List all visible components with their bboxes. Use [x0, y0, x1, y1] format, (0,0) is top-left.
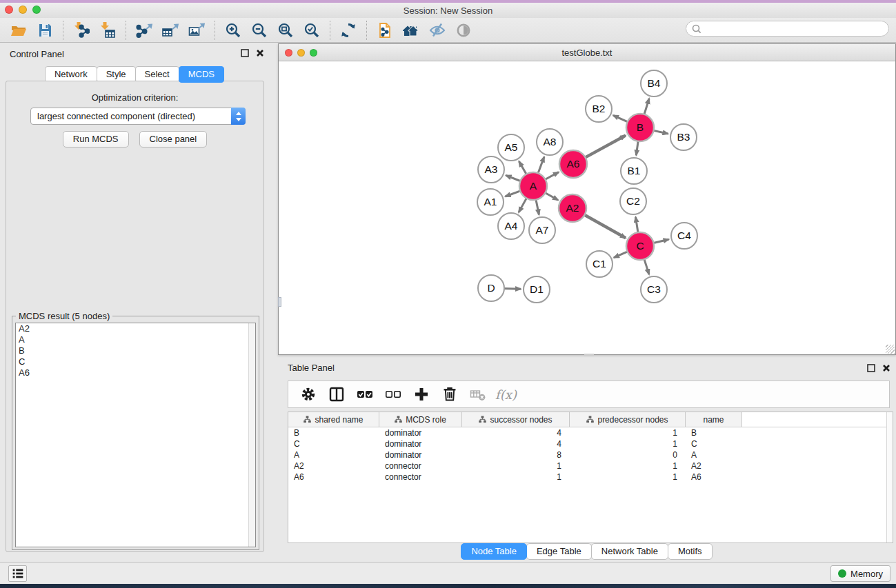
network-edge-A6-B[interactable]	[585, 136, 626, 158]
network-node-C2[interactable]: C2	[620, 188, 646, 214]
zoom-in-icon[interactable]	[220, 20, 246, 41]
table-row[interactable]: Adominator80A	[288, 449, 893, 460]
copy-network-icon[interactable]	[372, 20, 398, 41]
network-node-A4[interactable]: A4	[498, 213, 524, 239]
network-edge-A-A6[interactable]	[545, 172, 559, 180]
delete-column-icon[interactable]	[437, 383, 462, 405]
table-cell[interactable]: B	[686, 428, 742, 438]
table-row[interactable]: A2connector11A2	[288, 460, 893, 472]
mcds-result-item[interactable]: C	[16, 356, 255, 367]
mcds-result-list[interactable]: A2ABCA6	[15, 323, 256, 547]
network-minimize-button[interactable]	[297, 49, 305, 57]
network-node-A2[interactable]: A2	[559, 194, 586, 222]
network-edge-C-C4[interactable]	[653, 239, 669, 243]
network-node-C[interactable]: C	[626, 232, 654, 260]
column-header-predecessor-nodes[interactable]: predecessor nodes	[570, 412, 686, 427]
network-edge-B-B2[interactable]	[613, 115, 628, 122]
table-cell[interactable]: dominator	[379, 450, 462, 460]
import-network-icon[interactable]	[68, 20, 94, 41]
network-edge-A-A8[interactable]	[538, 157, 544, 174]
tab-edge-table[interactable]: Edge Table	[526, 543, 592, 560]
network-edge-A-A4[interactable]	[519, 198, 527, 212]
network-edge-B-B1[interactable]	[636, 141, 638, 155]
export-table-icon[interactable]	[157, 20, 183, 41]
mcds-result-item[interactable]: A6	[16, 367, 255, 378]
network-edge-C-C2[interactable]	[636, 217, 639, 234]
tab-mcds[interactable]: MCDS	[179, 66, 224, 83]
network-edge-A-A1[interactable]	[506, 191, 521, 196]
table-cell[interactable]: 1	[462, 472, 570, 482]
table-row[interactable]: A6connector11A6	[288, 472, 893, 483]
table-cell[interactable]: A	[686, 450, 742, 460]
network-node-A5[interactable]: A5	[498, 134, 524, 161]
table-cell[interactable]: 8	[462, 450, 570, 460]
table-cell[interactable]: 1	[570, 439, 686, 449]
network-edge-B-B4[interactable]	[644, 99, 649, 115]
minimize-window-button[interactable]	[19, 6, 27, 14]
columns-icon[interactable]	[323, 383, 349, 405]
table-cell[interactable]: 1	[462, 461, 570, 471]
resize-grip-icon[interactable]	[886, 345, 895, 354]
close-panel-icon[interactable]	[256, 49, 264, 57]
mcds-result-item[interactable]: A	[16, 334, 255, 345]
zoom-window-button[interactable]	[32, 6, 41, 14]
network-edge-A-A2[interactable]	[545, 192, 559, 200]
network-node-A1[interactable]: A1	[477, 189, 504, 215]
table-cell[interactable]: dominator	[379, 428, 462, 438]
network-node-C4[interactable]: C4	[671, 223, 697, 249]
deselect-all-columns-icon[interactable]	[380, 383, 406, 405]
close-panel-button[interactable]: Close panel	[139, 131, 208, 148]
column-header-shared-name[interactable]: shared name	[288, 412, 379, 427]
gear-icon[interactable]	[295, 383, 321, 405]
mcds-result-item[interactable]: A2	[16, 323, 255, 334]
table-row[interactable]: Cdominator41C	[288, 438, 893, 449]
network-node-C3[interactable]: C3	[641, 276, 667, 303]
network-node-A7[interactable]: A7	[529, 217, 555, 243]
task-history-button[interactable]	[8, 565, 27, 582]
network-edge-D-D1[interactable]	[504, 289, 521, 290]
network-edge-C-C3[interactable]	[644, 258, 649, 274]
home-networks-icon[interactable]	[398, 20, 424, 41]
network-edge-C-C1[interactable]	[614, 252, 628, 258]
close-window-button[interactable]	[5, 6, 13, 14]
float-panel-icon[interactable]	[241, 49, 249, 57]
zoom-fit-icon[interactable]	[272, 20, 299, 41]
zoom-selected-icon[interactable]	[299, 20, 325, 41]
close-panel-icon[interactable]	[882, 364, 890, 372]
network-node-D1[interactable]: D1	[524, 276, 550, 303]
table-cell[interactable]: A2	[288, 461, 379, 471]
show-selected-icon[interactable]	[450, 20, 477, 41]
table-cell[interactable]: 1	[570, 472, 686, 482]
network-node-B2[interactable]: B2	[586, 96, 612, 122]
search-input[interactable]	[686, 21, 889, 37]
save-icon[interactable]	[32, 20, 58, 41]
hide-selected-icon[interactable]	[424, 20, 450, 41]
import-table-icon[interactable]	[94, 20, 121, 41]
table-cell[interactable]: C	[686, 439, 742, 449]
result-list-scrollbar[interactable]	[248, 323, 255, 547]
column-header-MCDS-role[interactable]: MCDS role	[379, 412, 462, 427]
network-close-button[interactable]	[285, 49, 292, 57]
table-cell[interactable]: A6	[288, 472, 379, 482]
network-edge-B-B3[interactable]	[653, 130, 668, 134]
select-all-columns-icon[interactable]	[352, 383, 377, 405]
table-cell[interactable]: C	[288, 439, 379, 449]
network-zoom-button[interactable]	[310, 49, 317, 57]
zoom-out-icon[interactable]	[246, 20, 272, 41]
network-node-C1[interactable]: C1	[586, 251, 613, 277]
app-titlebar[interactable]: Session: New Session	[0, 3, 896, 18]
table-cell[interactable]: A2	[686, 461, 742, 471]
table-cell[interactable]: 4	[462, 439, 570, 449]
table-cell[interactable]: connector	[379, 472, 462, 482]
network-edge-A-A3[interactable]	[506, 175, 521, 181]
network-node-B[interactable]: B	[626, 114, 654, 141]
optimization-criterion-select[interactable]: largest connected component (directed)	[30, 108, 246, 125]
tab-network-table[interactable]: Network Table	[591, 543, 668, 560]
table-cell[interactable]: connector	[379, 461, 462, 471]
network-canvas[interactable]: B4B2BB3A5A8A6A3B1AA1C2A2A4A7C4CC1DD1C3	[279, 61, 895, 354]
table-cell[interactable]: A	[288, 450, 379, 460]
mcds-result-item[interactable]: B	[16, 345, 255, 356]
float-panel-icon[interactable]	[867, 364, 875, 372]
column-header-name[interactable]: name	[686, 412, 742, 427]
add-column-icon[interactable]	[408, 383, 434, 405]
